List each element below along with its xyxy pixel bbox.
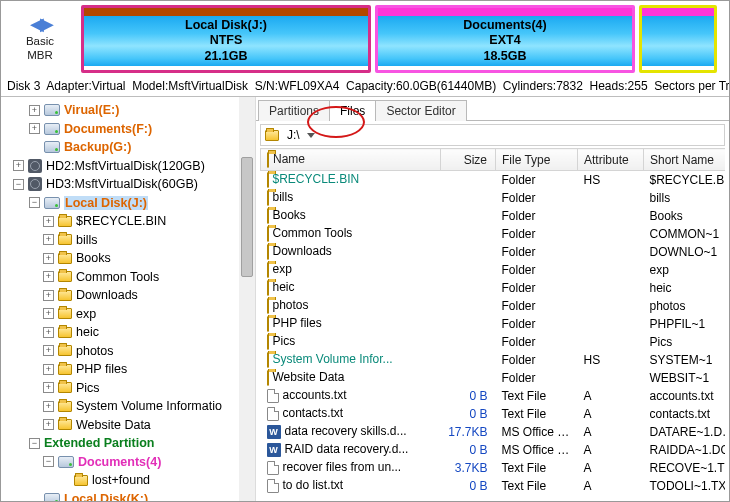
partition-block-extra[interactable] [639,5,717,73]
folder-icon [58,327,72,338]
folder-icon [58,382,72,393]
table-row[interactable]: to do list.txt0 BText FileATODOLI~1.TXT2… [261,477,726,495]
table-row[interactable]: recover files from un...3.7KBText FileAR… [261,459,726,477]
tree-node-folder[interactable]: +bills [1,231,239,250]
folder-icon [267,262,269,278]
folder-icon [58,364,72,375]
tree-node-folder[interactable]: +heic [1,323,239,342]
tree-node-folder[interactable]: +Common Tools [1,268,239,287]
table-row[interactable]: expFolderexp2020- [261,261,726,279]
drive-icon [58,456,74,468]
drive-icon [44,493,60,501]
path-bar[interactable]: J:\ [260,124,725,146]
partition-fs: EXT4 [489,33,520,49]
drive-icon [44,104,60,116]
table-row[interactable]: DownloadsFolderDOWNLO~12020- [261,243,726,261]
disk-tree[interactable]: +Virual(E:) +Documents(F:) Backup(G:) +H… [1,97,256,501]
folder-icon [265,130,279,141]
word-icon: W [267,425,281,439]
view-tabs: Partitions Files Sector Editor [256,97,729,121]
folder-icon [74,475,88,486]
tree-node-folder[interactable]: +PHP files [1,360,239,379]
tree-node-folder[interactable]: +Pics [1,379,239,398]
folder-icon [267,316,269,332]
tree-node-hd3[interactable]: −HD3:MsftVirtualDisk(60GB) [1,175,239,194]
folder-icon [58,419,72,430]
col-short-name[interactable]: Short Name [644,149,726,171]
path-dropdown-icon[interactable] [307,133,315,138]
partition-block-local-disk-j[interactable]: Local Disk(J:) NTFS 21.1GB [81,5,371,73]
tab-files[interactable]: Files [329,100,376,121]
tree-node-folder[interactable]: +Website Data [1,416,239,435]
tree-node-documents-4[interactable]: −Documents(4) [1,453,239,472]
folder-icon [58,253,72,264]
partition-fs: NTFS [210,33,243,49]
table-row[interactable]: contacts.txt0 BText FileAcontacts.txt202… [261,405,726,423]
folder-icon [267,280,269,296]
tab-sector-editor[interactable]: Sector Editor [375,100,466,121]
partition-block-documents[interactable]: Documents(4) EXT4 18.5GB [375,5,635,73]
folder-icon [58,290,72,301]
tree-node-folder[interactable]: +$RECYCLE.BIN [1,212,239,231]
drive-icon [44,197,60,209]
table-row[interactable]: WRAID data recovery.d...0 BMS Office 2..… [261,441,726,459]
col-filetype[interactable]: File Type [496,149,578,171]
file-table[interactable]: Name Size File Type Attribute Short Name… [260,148,725,495]
tree-scrollbar[interactable] [239,97,255,501]
tree-node-folder[interactable]: +Books [1,249,239,268]
tree-node-backup[interactable]: Backup(G:) [1,138,239,157]
folder-icon [267,152,269,168]
table-row[interactable]: photosFolderphotos2020- [261,297,726,315]
tree-node-local-disk-k[interactable]: Local Disk(K:) [1,490,239,502]
folder-icon [58,345,72,356]
partition-title: Documents(4) [463,18,546,34]
folder-icon [58,308,72,319]
folder-icon [58,216,72,227]
table-row[interactable]: System Volume Infor...FolderHSSYSTEM~120… [261,351,726,369]
table-row[interactable]: Website DataFolderWEBSIT~12020- [261,369,726,387]
tree-node-lost-found[interactable]: lost+found [1,471,239,490]
tab-partitions[interactable]: Partitions [258,100,330,121]
table-row[interactable]: heicFolderheic2020- [261,279,726,297]
tree-node-folder[interactable]: +Downloads [1,286,239,305]
folder-icon [267,190,269,206]
tree-node-folder[interactable]: +System Volume Informatio [1,397,239,416]
folder-icon [267,334,269,350]
table-row[interactable]: $RECYCLE.BINFolderHS$RECYCLE.BIN2020- [261,171,726,189]
drive-icon [44,123,60,135]
table-row[interactable]: Common ToolsFolderCOMMON~12020- [261,225,726,243]
col-name[interactable]: Name [261,149,441,171]
hdd-icon [28,177,42,191]
word-icon: W [267,443,281,457]
nav-arrows-icon[interactable]: ◀▶ [30,15,50,33]
folder-icon [58,234,72,245]
drive-icon [44,141,60,153]
file-icon [267,389,279,403]
tree-node-folder[interactable]: +photos [1,342,239,361]
partition-size: 21.1GB [204,49,247,65]
table-row[interactable]: PHP filesFolderPHPFIL~12020- [261,315,726,333]
file-icon [267,479,279,493]
tree-node-hd2[interactable]: +HD2:MsftVirtualDisk(120GB) [1,157,239,176]
tree-node-virtual[interactable]: +Virual(E:) [1,101,239,120]
disk-nav: ◀▶ BasicMBR [1,1,79,77]
folder-icon [267,208,269,224]
tree-node-local-disk-j[interactable]: −Local Disk(J:) [1,194,239,213]
table-row[interactable]: billsFolderbills2020- [261,189,726,207]
table-row[interactable]: BooksFolderBooks2020- [261,207,726,225]
file-icon [267,461,279,475]
disk-info-line: Disk 3 Adapter:Virtual Model:MsftVirtual… [1,77,729,96]
folder-icon [267,298,269,314]
tree-node-folder[interactable]: +exp [1,305,239,324]
folder-icon [58,401,72,412]
col-attribute[interactable]: Attribute [578,149,644,171]
nav-mbr: MBR [27,49,53,61]
table-row[interactable]: Wdata recovery skills.d...17.7KBMS Offic… [261,423,726,441]
tree-node-documents-f[interactable]: +Documents(F:) [1,120,239,139]
nav-basic: Basic [26,35,54,47]
tree-node-extended-partition[interactable]: −Extended Partition [1,434,239,453]
table-row[interactable]: accounts.txt0 BText FileAaccounts.txt202… [261,387,726,405]
col-size[interactable]: Size [441,149,496,171]
table-row[interactable]: PicsFolderPics2020- [261,333,726,351]
folder-icon [267,352,269,368]
